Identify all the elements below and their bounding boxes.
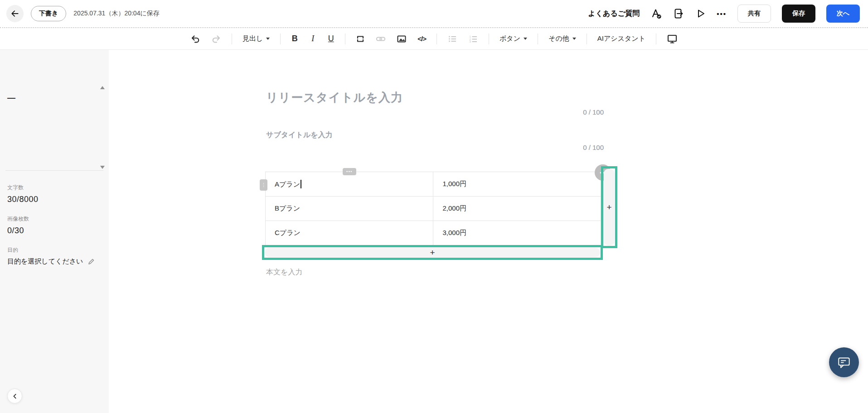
- table-cell-plan[interactable]: Aプラン: [266, 172, 433, 197]
- image-count-value: 0/30: [7, 226, 104, 235]
- spellcheck-icon: [650, 8, 662, 19]
- editor-toolbar: 見出し B I U </>: [0, 28, 868, 50]
- chat-bubble-icon: [836, 355, 852, 370]
- toolbar-separator: [345, 34, 345, 44]
- saved-timestamp: 2025.07.31（木）20:04に保存: [73, 10, 159, 18]
- toolbar-separator: [280, 34, 281, 44]
- subtitle-input[interactable]: サブタイトルを入力: [266, 130, 333, 140]
- link-icon: [376, 34, 386, 44]
- other-dropdown-label: その他: [548, 34, 569, 43]
- ellipsis-icon: •••: [717, 10, 727, 18]
- add-column-button[interactable]: +: [601, 166, 617, 248]
- toolbar-separator: [489, 34, 489, 44]
- body-text-input[interactable]: 本文を入力: [266, 268, 302, 277]
- link-button[interactable]: [372, 31, 389, 47]
- drag-dots-icon: ⋮: [261, 182, 266, 188]
- button-insert-label: ボタン: [499, 34, 520, 43]
- editor-content: リリースタイトルを入力 0 / 100 サブタイトルを入力 0 / 100 Aプ…: [109, 50, 868, 413]
- pricing-table: Aプラン 1,000円 Bプラン 2,000円 Cプラン 3,000円: [265, 172, 601, 245]
- char-count-label: 文字数: [7, 184, 104, 192]
- top-bar-left: 下書き 2025.07.31（木）20:04に保存: [6, 5, 160, 22]
- italic-button[interactable]: I: [305, 31, 320, 47]
- heading-dropdown-label: 見出し: [242, 34, 263, 43]
- sidebar-collapse-button[interactable]: [7, 389, 22, 403]
- table: Aプラン 1,000円 Bプラン 2,000円 Cプラン 3,000円: [265, 172, 601, 245]
- outline-scroll-down-icon[interactable]: [100, 166, 105, 169]
- top-bar-right: よくあるご質問: [588, 5, 860, 23]
- preview-display-button[interactable]: [663, 31, 681, 47]
- preview-play-button[interactable]: [695, 8, 706, 19]
- subtitle-char-counter: 0 / 100: [583, 144, 604, 151]
- section-divider-button[interactable]: [352, 31, 369, 47]
- section-divider-icon: [356, 34, 365, 43]
- bold-button[interactable]: B: [287, 31, 302, 47]
- app-window: 下書き 2025.07.31（木）20:04に保存 よくあるご質問: [0, 0, 868, 413]
- table-cell-price[interactable]: 1,000円: [433, 172, 601, 197]
- document-export-icon: [673, 8, 684, 19]
- undo-button[interactable]: [187, 31, 204, 47]
- plus-icon: +: [265, 248, 600, 257]
- heading-dropdown[interactable]: 見出し: [239, 31, 273, 47]
- main-area: — 文字数 30/8000 画像枚数 0/30 目的 目的を選択してください: [0, 50, 868, 413]
- bullet-list-icon: [447, 34, 457, 44]
- underline-button[interactable]: U: [324, 31, 338, 47]
- chevron-down-icon: [524, 38, 527, 40]
- plus-icon: +: [604, 169, 615, 245]
- svg-text:3: 3: [469, 40, 471, 43]
- share-button[interactable]: 共有: [737, 5, 771, 23]
- sidebar-stats: 文字数 30/8000 画像枚数 0/30 目的 目的を選択してください: [7, 184, 104, 266]
- add-row-button[interactable]: +: [262, 245, 603, 260]
- ellipsis-icon: •••: [346, 170, 353, 174]
- export-button[interactable]: [673, 8, 684, 19]
- chevron-down-icon: [572, 38, 576, 40]
- table-cell-plan[interactable]: Bプラン: [266, 197, 433, 221]
- release-title-input[interactable]: リリースタイトルを入力: [266, 90, 403, 106]
- next-button[interactable]: 次へ: [826, 5, 860, 23]
- chat-support-button[interactable]: [829, 347, 859, 377]
- sidebar: — 文字数 30/8000 画像枚数 0/30 目的 目的を選択してください: [0, 50, 109, 413]
- outline-title-item[interactable]: —: [7, 93, 15, 103]
- save-button[interactable]: 保存: [782, 5, 815, 23]
- title-char-counter: 0 / 100: [583, 108, 604, 116]
- chevron-left-icon: [12, 393, 18, 399]
- column-options-button[interactable]: •••: [343, 168, 356, 175]
- cell-text: Aプラン: [275, 180, 300, 188]
- table-cell-price[interactable]: 2,000円: [433, 197, 601, 221]
- code-embed-button[interactable]: </>: [414, 31, 430, 47]
- image-icon: [397, 34, 407, 44]
- toolbar-separator: [656, 34, 656, 44]
- table-row: Bプラン 2,000円: [266, 197, 601, 221]
- numbered-list-icon: 1 2 3: [468, 34, 478, 44]
- purpose-select-row[interactable]: 目的を選択してください: [7, 257, 104, 266]
- faq-link[interactable]: よくあるご質問: [588, 9, 640, 19]
- bullet-list-button[interactable]: [444, 31, 461, 47]
- more-menu-button[interactable]: •••: [717, 10, 727, 18]
- document: リリースタイトルを入力 0 / 100 サブタイトルを入力 0 / 100 Aプ…: [265, 50, 604, 413]
- purpose-label: 目的: [7, 246, 104, 254]
- ai-assistant-button[interactable]: AIアシスタント: [594, 31, 649, 47]
- monitor-icon: [667, 34, 678, 44]
- redo-button[interactable]: [208, 31, 225, 47]
- top-bar: 下書き 2025.07.31（木）20:04に保存 よくあるご質問: [0, 0, 868, 28]
- undo-icon: [190, 34, 200, 44]
- toolbar-separator: [538, 34, 538, 44]
- other-dropdown[interactable]: その他: [545, 31, 580, 47]
- toolbar-separator: [436, 34, 437, 44]
- table-row: Cプラン 3,000円: [266, 221, 601, 245]
- button-insert-dropdown[interactable]: ボタン: [496, 31, 531, 47]
- table-cell-plan[interactable]: Cプラン: [266, 221, 433, 245]
- chevron-down-icon: [266, 38, 270, 40]
- back-button[interactable]: [6, 5, 24, 22]
- proofread-button[interactable]: [650, 8, 662, 19]
- row-drag-handle[interactable]: ⋮: [260, 179, 267, 191]
- image-count-label: 画像枚数: [7, 215, 104, 223]
- table-cell-price[interactable]: 3,000円: [433, 221, 601, 245]
- sidebar-divider: [5, 170, 103, 171]
- char-count-value: 30/8000: [7, 195, 104, 204]
- table-row: Aプラン 1,000円: [266, 172, 601, 197]
- numbered-list-button[interactable]: 1 2 3: [465, 31, 482, 47]
- image-button[interactable]: [393, 31, 410, 47]
- status-badge: 下書き: [31, 6, 66, 21]
- outline-scroll-up-icon[interactable]: [100, 86, 105, 89]
- redo-icon: [211, 34, 221, 44]
